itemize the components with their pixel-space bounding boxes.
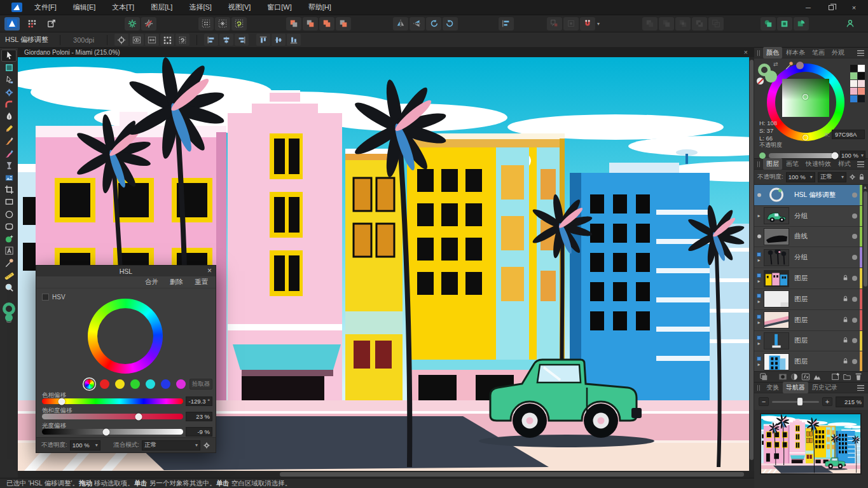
menu-item-7[interactable]: 帮助[H] [300,0,340,15]
transparency-tool[interactable] [1,159,17,172]
arrange-forward-icon[interactable] [319,17,334,30]
snapping-magnet-icon[interactable] [580,17,595,30]
hue-ring-marker[interactable] [803,135,808,140]
hsl-swatch-6[interactable] [176,379,186,389]
recent-swatch-1[interactable] [858,65,865,72]
align-center-icon[interactable] [219,34,233,46]
horizontal-scrollbar[interactable] [18,471,749,478]
hsv-checkbox[interactable] [42,294,49,301]
layers-menu-icon[interactable] [857,161,864,167]
insert-on-top-icon[interactable] [794,17,809,30]
document-tab[interactable]: Giordano Poloni - Miami (215.0%) [24,49,120,56]
layer-row-8[interactable]: ▸图层 [754,351,868,371]
boxed-rotate-icon[interactable] [231,17,247,30]
dialog-blend-dropdown[interactable]: 正常▾ [142,440,200,451]
reset-button[interactable]: 重置 [195,278,208,287]
menu-item-0[interactable]: 文件[F] [26,0,65,15]
layer-row-6[interactable]: ▸图层 [754,310,868,331]
layer-expand-icon[interactable]: ▸ [757,258,760,263]
vector-crop-tool[interactable] [1,184,17,196]
align-top-icon[interactable] [256,34,270,46]
lum-shift-slider[interactable] [42,429,183,435]
color-square-marker[interactable] [803,94,808,100]
zoom-slider[interactable] [772,401,819,403]
gear-icon[interactable] [125,17,140,30]
selection-scale-icon[interactable] [145,34,159,46]
boxed-burst-icon[interactable] [215,17,230,30]
layer-checkbox[interactable] [757,273,761,278]
pencil-tool[interactable] [1,123,17,135]
menu-item-1[interactable]: 编辑[E] [65,0,104,15]
align-right-icon[interactable] [235,34,249,46]
adjustment-layer-icon[interactable] [789,372,800,381]
arrange-backward-icon[interactable] [303,17,318,30]
rotate-ccw-icon[interactable] [426,17,441,30]
boolean-add-icon[interactable] [642,17,658,30]
boolean-intersect-icon[interactable] [675,17,691,30]
navigator-tab-2[interactable]: 历史记录 [809,382,841,393]
layer-visibility-dot[interactable] [852,318,857,323]
flip-horizontal-icon[interactable] [393,17,408,30]
layer-settings-gear-icon[interactable] [849,173,856,180]
restore-icon[interactable] [822,1,840,14]
lum-shift-value[interactable]: -9 % [186,427,212,437]
layer-checkbox[interactable] [757,336,761,340]
vector-brush-tool[interactable] [1,135,17,147]
layer-visibility-dot[interactable] [852,359,857,364]
align-bottom-icon[interactable] [287,34,301,46]
export-persona[interactable] [44,17,59,30]
layer-visibility-dot[interactable] [852,193,857,198]
zoom-value[interactable]: 215 % [836,396,864,407]
point-transform-tool[interactable] [1,86,17,98]
layer-lock-icon[interactable] [843,274,848,282]
no-fill-icon[interactable] [757,78,764,85]
opacity-slider[interactable] [769,153,837,158]
navigator-grip[interactable] [757,385,760,391]
layers-opacity-dropdown[interactable]: 100 %▾ [786,172,815,182]
color-picker-tool[interactable] [1,257,17,269]
layer-checkbox[interactable] [757,252,761,257]
recent-swatch-5[interactable] [858,80,865,87]
menu-item-6[interactable]: 窗口[W] [259,0,300,15]
menu-item-4[interactable]: 选择[S] [181,0,219,15]
layer-visibility-dot[interactable] [852,338,857,343]
sat-shift-value[interactable]: 23 % [186,412,212,421]
layer-row-0[interactable]: HSL 偏移调整 [754,185,868,206]
hue-shift-slider[interactable] [42,398,183,404]
vertical-scrollbar[interactable] [749,57,754,471]
layer-enabled-dot[interactable] [757,193,761,197]
layer-visibility-dot[interactable] [852,255,857,260]
hsl-dialog-titlebar[interactable]: HSL × [36,266,216,276]
hsl-swatch-0[interactable] [85,379,94,389]
target-icon[interactable] [114,34,128,46]
layers-scrollbar[interactable]: ▲ [862,185,868,371]
boolean-divide-icon[interactable] [708,17,724,30]
layer-expand-icon[interactable]: ▸ [757,362,760,367]
color-tab-1[interactable]: 样本条 [783,47,808,58]
recent-swatch-6[interactable] [850,88,857,95]
move-tool[interactable] [1,50,17,62]
layers-grip[interactable] [757,161,760,167]
text-tool[interactable] [1,245,17,257]
layer-lock-icon[interactable] [843,295,848,303]
rotate-selection-icon[interactable] [176,34,189,46]
hsl-swatch-4[interactable] [146,379,155,389]
hsl-dialog-close-icon[interactable]: × [207,266,212,275]
menu-item-2[interactable]: 文本[T] [104,0,142,15]
picked-color-swatch[interactable] [796,62,804,69]
boolean-xor-icon[interactable] [692,17,707,30]
delete-button[interactable]: 删除 [170,278,183,287]
color-grip[interactable] [757,50,760,56]
place-image-tool[interactable] [1,172,17,184]
layer-lock-icon[interactable] [843,358,848,365]
color-menu-icon[interactable] [857,50,864,56]
zoom-in-button[interactable]: + [822,397,832,406]
layer-row-4[interactable]: ▸图层 [754,268,868,289]
rectangle-tool[interactable] [1,196,17,208]
boxed-grid-icon[interactable] [198,17,214,30]
pixel-grid-icon[interactable] [160,34,174,46]
menu-item-5[interactable]: 视图[V] [220,0,259,15]
hsl-swatch-3[interactable] [130,379,140,389]
layer-checkbox[interactable] [757,356,761,361]
layer-expand-icon[interactable]: ▸ [757,299,760,304]
